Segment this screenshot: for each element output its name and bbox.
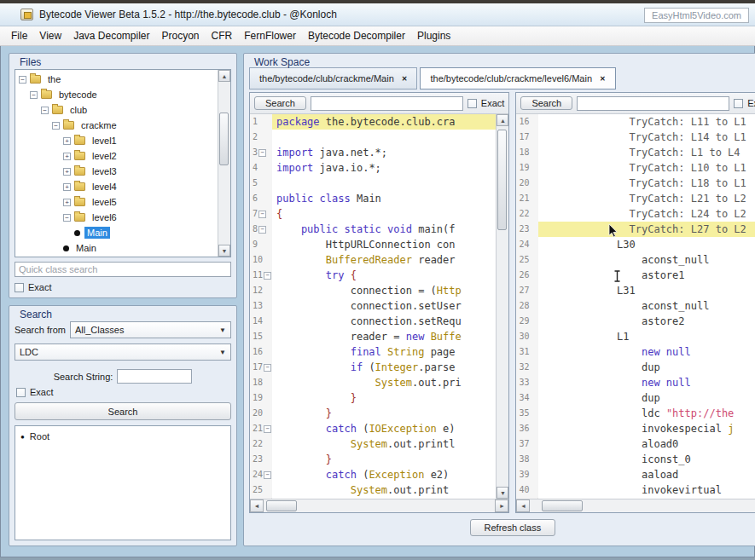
code-line[interactable]: 19 TryCatch: L10 to L1 — [516, 160, 755, 176]
code-line[interactable]: 28 aconst_null — [516, 298, 755, 314]
fold-marker-icon[interactable]: − — [264, 425, 271, 433]
code-line[interactable]: 35 ldc "http://the — [516, 406, 755, 421]
search-type-select[interactable]: LDC ▼ — [15, 344, 231, 361]
expand-icon[interactable]: + — [63, 137, 71, 145]
menu-view[interactable]: View — [33, 27, 67, 44]
tree-item-main[interactable]: Main — [15, 240, 217, 256]
expand-icon[interactable]: + — [63, 183, 71, 191]
scrollbar-thumb[interactable] — [266, 500, 297, 511]
pane-search-input[interactable] — [311, 96, 463, 111]
search-button[interactable]: Search — [15, 402, 231, 420]
menu-bytecode-decompiler[interactable]: Bytecode Decompiler — [302, 27, 411, 44]
tree-item-level5[interactable]: +level5 — [15, 194, 217, 210]
menu-java-decompiler[interactable]: Java Decompiler — [67, 27, 155, 44]
code-line[interactable]: 37 aload0 — [516, 436, 755, 452]
tree-item-level1[interactable]: +level1 — [15, 133, 217, 148]
scroll-up-icon[interactable]: ▲ — [497, 114, 508, 126]
code-line[interactable]: 4import java.io.*; — [250, 160, 496, 176]
code-line[interactable]: 30 L1 — [516, 329, 755, 344]
code-line[interactable]: 21− catch (IOException e) — [250, 421, 496, 436]
checkbox-icon[interactable] — [15, 283, 24, 292]
code-line[interactable]: 7−{ — [250, 206, 496, 222]
close-icon[interactable]: ✕ — [402, 75, 408, 83]
pane-search-button[interactable]: Search — [520, 96, 572, 110]
code-line[interactable]: 14 connection.setRequ — [250, 314, 496, 329]
code-line[interactable]: 21 TryCatch: L21 to L2 — [516, 191, 755, 206]
fold-marker-icon[interactable]: − — [258, 226, 266, 234]
code-line[interactable]: 24− catch (Exception e2) — [250, 467, 496, 482]
code-line[interactable]: 22 System.out.printl — [250, 436, 496, 452]
code-line[interactable]: 16 final String page — [250, 344, 496, 360]
scroll-left-icon[interactable]: ◄ — [250, 499, 264, 512]
close-icon[interactable]: ✕ — [600, 75, 606, 83]
result-item-root[interactable]: ●Root — [20, 430, 225, 443]
scroll-right-icon[interactable]: ► — [495, 499, 508, 512]
scrollbar-thumb[interactable] — [219, 113, 229, 165]
scroll-left-icon[interactable]: ◄ — [516, 499, 530, 512]
expand-icon[interactable]: + — [63, 199, 71, 206]
expand-icon[interactable]: + — [63, 153, 71, 160]
pane-search-input[interactable] — [577, 96, 729, 111]
tree-item-the[interactable]: −the — [15, 72, 217, 87]
code-line[interactable]: 32 dup — [516, 360, 755, 375]
scrollbar-thumb[interactable] — [542, 500, 583, 511]
code-line[interactable]: 25 aconst_null — [516, 252, 755, 268]
horizontal-scrollbar[interactable]: ◄ ► — [250, 499, 508, 512]
collapse-icon[interactable]: − — [19, 76, 26, 84]
collapse-icon[interactable]: − — [41, 107, 49, 114]
menu-plugins[interactable]: Plugins — [411, 27, 456, 44]
code-line[interactable]: 23 TryCatch: L27 to L2 — [516, 222, 755, 237]
java-code-area[interactable]: 1package the.bytecode.club.cra23−import … — [250, 114, 508, 499]
scrollbar-thumb[interactable] — [497, 130, 507, 230]
code-line[interactable]: 40 invokevirtual — [516, 482, 755, 498]
tree-item-main[interactable]: Main — [15, 225, 217, 240]
tree-item-bytecode[interactable]: −bytecode — [15, 87, 217, 102]
code-line[interactable]: 5 — [250, 176, 496, 191]
collapse-icon[interactable]: − — [30, 91, 38, 99]
pane-exact-checkbox[interactable]: Exact — [734, 98, 755, 108]
code-line[interactable]: 39 aaload — [516, 467, 755, 482]
code-line[interactable]: 19 } — [250, 390, 496, 406]
fold-marker-icon[interactable]: − — [258, 149, 266, 157]
fold-marker-icon[interactable]: − — [264, 272, 271, 280]
tab-the-bytecode-club-crackme-level6-main[interactable]: the/bytecode/club/crackme/level6/Main✕ — [420, 67, 615, 89]
code-line[interactable]: 26 astore1 — [516, 268, 755, 283]
code-line[interactable]: 17 TryCatch: L14 to L1 — [516, 130, 755, 145]
menu-fernflower[interactable]: FernFlower — [238, 27, 302, 44]
code-line[interactable]: 27 L31 — [516, 283, 755, 298]
code-line[interactable]: 24 L30 — [516, 237, 755, 252]
checkbox-icon[interactable] — [16, 388, 26, 397]
pane-exact-checkbox[interactable]: Exact — [468, 98, 505, 108]
bytecode-area[interactable]: 16 TryCatch: L11 to L117 TryCatch: L14 t… — [516, 114, 755, 499]
search-exact-checkbox[interactable]: Exact — [16, 387, 231, 397]
vertical-scrollbar[interactable]: ▲ ▼ — [496, 114, 508, 499]
expand-icon[interactable]: + — [63, 168, 71, 176]
refresh-class-button[interactable]: Refresh class — [470, 519, 556, 536]
code-line[interactable]: 13 connection.setUser — [250, 298, 496, 314]
tree-item-level3[interactable]: +level3 — [15, 164, 217, 179]
fold-marker-icon[interactable]: − — [264, 364, 271, 372]
scroll-down-icon[interactable]: ▼ — [218, 245, 230, 257]
pane-search-button[interactable]: Search — [254, 96, 306, 110]
code-line[interactable]: 22 TryCatch: L24 to L2 — [516, 206, 755, 222]
fold-marker-icon[interactable]: − — [258, 211, 266, 218]
code-line[interactable]: 33 new null — [516, 375, 755, 390]
collapse-icon[interactable]: − — [52, 122, 60, 130]
files-tree-scrollbar[interactable]: ▲ ▼ — [218, 70, 230, 257]
files-exact-checkbox[interactable]: Exact — [15, 282, 231, 292]
code-line[interactable]: 8− public static void main(f — [250, 222, 496, 237]
code-line[interactable]: 34 dup — [516, 390, 755, 406]
checkbox-icon[interactable] — [468, 99, 477, 108]
code-line[interactable]: 20 } — [250, 406, 496, 421]
tree-item-level6[interactable]: −level6 — [15, 210, 217, 225]
code-line[interactable]: 9 HttpURLConnection con — [250, 237, 496, 252]
code-line[interactable]: 16 TryCatch: L11 to L1 — [516, 114, 755, 130]
tree-item-crackme[interactable]: −crackme — [15, 118, 217, 133]
scroll-down-icon[interactable]: ▼ — [497, 487, 508, 499]
code-line[interactable]: 18 TryCatch: L1 to L4 — [516, 145, 755, 160]
code-line[interactable]: 2 — [250, 130, 496, 145]
code-line[interactable]: 3−import java.net.*; — [250, 145, 496, 160]
code-line[interactable]: 36 invokespecial j — [516, 421, 755, 436]
checkbox-icon[interactable] — [734, 99, 743, 108]
search-from-select[interactable]: All_Classes ▼ — [70, 321, 231, 338]
